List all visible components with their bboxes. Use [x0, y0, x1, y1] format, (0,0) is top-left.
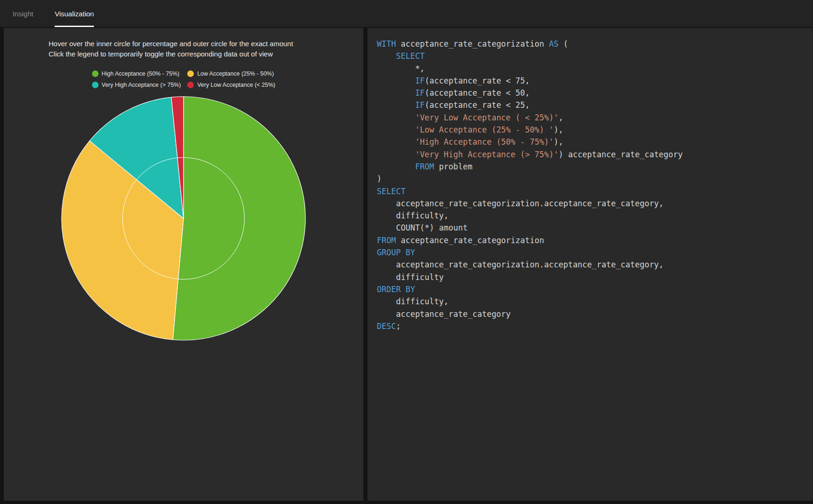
sql-text: acceptance_rate_categorization — [396, 39, 549, 49]
sql-text: ) — [377, 174, 382, 183]
code-line: SELECT — [377, 185, 808, 197]
tab-bar: Insight Visualization — [0, 0, 813, 27]
sql-keyword: IF — [415, 76, 424, 85]
tab-visualization[interactable]: Visualization — [55, 0, 94, 27]
app-window: Insight Visualization Hover over the inn… — [0, 0, 813, 504]
instruction-line-1: Hover over the inner circle for percenta… — [49, 39, 320, 49]
legend-color-dot — [92, 70, 99, 77]
sql-text — [377, 113, 415, 122]
code-line: difficulty, — [377, 210, 808, 222]
code-line: difficulty, — [377, 295, 808, 308]
legend-item[interactable]: High Acceptance (50% - 75%) — [92, 70, 181, 77]
sql-text: ) acceptance_rate_category — [558, 150, 683, 159]
sql-string: 'Very Low Acceptance ( < 25%)' — [415, 113, 558, 122]
code-line: FROM acceptance_rate_categorization — [377, 234, 808, 246]
sql-text: ; — [396, 322, 401, 331]
legend-color-dot — [92, 82, 99, 88]
code-line: 'Very Low Acceptance ( < 25%)', — [377, 112, 808, 124]
sql-keyword: IF — [415, 88, 424, 98]
sql-keyword: ORDER BY — [377, 285, 415, 294]
legend-label: Very Low Acceptance (< 25%) — [197, 82, 275, 88]
pie-slice[interactable] — [173, 97, 305, 340]
code-line: 'Very High Acceptance (> 75%)') acceptan… — [377, 148, 808, 161]
code-line: IF(acceptance_rate < 75, — [377, 75, 808, 87]
sql-keyword: WITH — [377, 39, 396, 49]
pie-chart-svg — [60, 95, 307, 342]
sql-text — [377, 100, 415, 110]
sql-panel: WITH acceptance_rate_categorization AS (… — [368, 28, 813, 501]
legend-item[interactable]: Low Acceptance (25% - 50%) — [187, 70, 275, 77]
code-line: ORDER BY — [377, 283, 808, 295]
sql-text — [377, 125, 415, 134]
sql-keyword: FROM — [377, 236, 396, 245]
sql-text: acceptance_rate_categorization.acceptanc… — [377, 199, 664, 208]
chart-instructions: Hover over the inner circle for percenta… — [47, 39, 320, 59]
code-line: difficulty — [377, 271, 808, 283]
code-line: GROUP BY — [377, 246, 808, 259]
sql-keyword: GROUP BY — [377, 248, 415, 257]
code-line: 'High Acceptance (50% - 75%)'), — [377, 136, 808, 148]
sql-text — [377, 88, 415, 98]
sql-text: problem — [434, 162, 473, 171]
sql-text — [377, 162, 415, 171]
sql-text: (acceptance_rate < 75, — [424, 76, 530, 85]
sql-text: , — [558, 113, 563, 122]
code-line: ) — [377, 173, 808, 185]
sql-keyword: SELECT — [396, 51, 424, 61]
sql-code: WITH acceptance_rate_categorization AS (… — [368, 28, 813, 337]
code-line: acceptance_rate_categorization.acceptanc… — [377, 197, 808, 210]
sql-text: acceptance_rate_category — [377, 309, 511, 319]
code-line: WITH acceptance_rate_categorization AS ( — [377, 38, 808, 50]
sql-text — [377, 76, 415, 85]
chart-container: Hover over the inner circle for percenta… — [47, 28, 320, 342]
sql-text: (acceptance_rate < 25, — [424, 100, 530, 110]
sql-text: difficulty, — [377, 211, 449, 220]
code-line: *, — [377, 63, 808, 75]
visualization-panel: Hover over the inner circle for percenta… — [4, 28, 363, 501]
code-line: acceptance_rate_categorization.acceptanc… — [377, 259, 808, 271]
sql-keyword: DESC — [377, 322, 396, 331]
sql-text: ( — [558, 39, 568, 49]
sql-keyword: SELECT — [377, 187, 405, 196]
legend-label: Very High Acceptance (> 75%) — [102, 82, 181, 88]
legend-color-dot — [187, 82, 194, 88]
legend-color-dot — [187, 70, 194, 77]
instruction-line-2: Click the legend to temporarily toggle t… — [49, 49, 320, 59]
sql-keyword: AS — [549, 39, 558, 49]
code-line: IF(acceptance_rate < 50, — [377, 87, 808, 99]
sql-text — [377, 51, 396, 61]
sql-keyword: FROM — [415, 162, 434, 171]
sql-text: *, — [377, 64, 424, 73]
pie-chart-wrap — [47, 95, 320, 342]
sql-text — [377, 137, 415, 147]
sql-text: difficulty, — [377, 297, 449, 306]
sql-text — [377, 150, 415, 159]
code-line: 'Low Acceptance (25% - 50%) '), — [377, 124, 808, 136]
legend-label: Low Acceptance (25% - 50%) — [197, 70, 274, 77]
sql-text: ), — [554, 125, 563, 134]
code-line: IF(acceptance_rate < 25, — [377, 99, 808, 111]
code-line: FROM problem — [377, 161, 808, 173]
sql-string: 'Low Acceptance (25% - 50%) ' — [415, 125, 554, 134]
legend-item[interactable]: Very High Acceptance (> 75%) — [92, 82, 181, 88]
code-line: SELECT — [377, 50, 808, 62]
sql-text: COUNT(*) amount — [377, 223, 467, 232]
sql-string: 'Very High Acceptance (> 75%)' — [415, 150, 558, 159]
sql-text: ), — [554, 137, 563, 147]
sql-text: acceptance_rate_categorization — [396, 236, 544, 245]
sql-text: difficulty — [377, 273, 444, 282]
code-line: COUNT(*) amount — [377, 222, 808, 234]
sql-text: (acceptance_rate < 50, — [424, 88, 530, 98]
code-line: DESC; — [377, 320, 808, 332]
legend-label: High Acceptance (50% - 75%) — [102, 70, 180, 77]
tab-insight[interactable]: Insight — [13, 0, 33, 27]
sql-text: acceptance_rate_categorization.acceptanc… — [377, 260, 664, 269]
legend-item[interactable]: Very Low Acceptance (< 25%) — [187, 82, 275, 88]
sql-string: 'High Acceptance (50% - 75%)' — [415, 137, 554, 147]
sql-keyword: IF — [415, 100, 424, 110]
code-line: acceptance_rate_category — [377, 308, 808, 320]
chart-legend: High Acceptance (50% - 75%)Low Acceptanc… — [47, 70, 320, 88]
